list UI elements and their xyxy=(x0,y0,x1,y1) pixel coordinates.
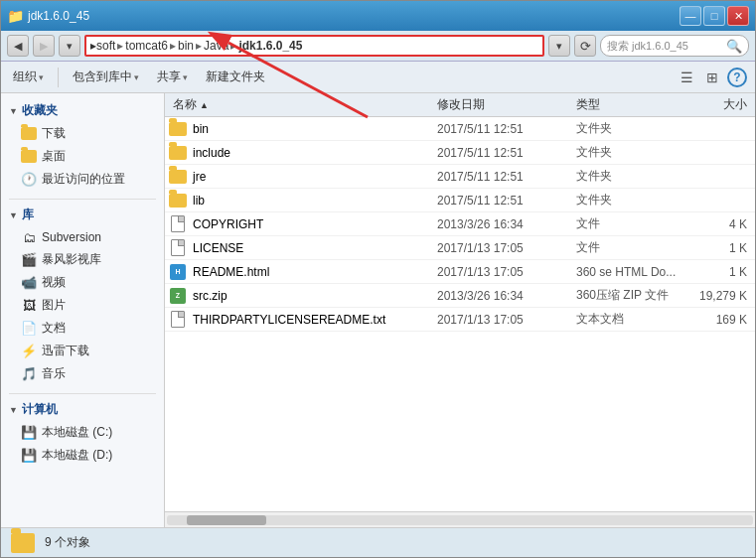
sidebar: ▼ 收藏夹 下载 桌面 🕐 最近访问的位置 xyxy=(1,93,165,527)
path-soft: soft xyxy=(96,39,115,53)
library-label: 库 xyxy=(22,207,34,223)
copyright-date: 2013/3/26 16:34 xyxy=(433,217,572,231)
bin-type: 文件夹 xyxy=(572,120,681,137)
bin-name: bin xyxy=(191,122,433,136)
readme-size: 1 K xyxy=(681,265,751,279)
col-size[interactable]: 大小 xyxy=(681,96,751,113)
view-tiles-button[interactable]: ⊞ xyxy=(701,67,723,88)
up-button[interactable]: ▾ xyxy=(59,35,80,57)
readme-date: 2017/1/13 17:05 xyxy=(433,265,572,279)
file-row-include[interactable]: include 2017/5/11 12:51 文件夹 xyxy=(165,141,755,165)
sidebar-subversion-label: Subversion xyxy=(42,230,101,244)
bin-icon xyxy=(169,121,187,137)
computer-triangle-icon: ▼ xyxy=(9,405,18,415)
docs-icon: 📄 xyxy=(21,321,37,337)
computer-label: 计算机 xyxy=(22,401,58,418)
sidebar-recent-label: 最近访问的位置 xyxy=(42,171,125,188)
new-folder-button[interactable]: 新建文件夹 xyxy=(202,67,269,87)
license-icon xyxy=(169,240,187,256)
col-name[interactable]: 名称 ▲ xyxy=(169,96,433,113)
sidebar-item-video[interactable]: 📹 视频 xyxy=(1,271,164,294)
col-size-label: 大小 xyxy=(723,97,747,111)
sidebar-item-recent[interactable]: 🕐 最近访问的位置 xyxy=(1,168,164,191)
explorer-window: 📁 jdk1.6.0_45 — □ ✕ ◀ ▶ ▾ ▸ soft ▸ tomca… xyxy=(0,0,756,558)
minimize-button[interactable]: — xyxy=(680,6,701,26)
h-scroll-thumb[interactable] xyxy=(187,515,266,525)
view-details-button[interactable]: ☰ xyxy=(676,67,697,88)
sidebar-library-header[interactable]: ▼ 库 xyxy=(1,204,164,226)
new-folder-label: 新建文件夹 xyxy=(206,69,265,85)
sidebar-item-music[interactable]: 🎵 音乐 xyxy=(1,362,164,385)
sidebar-video-label: 视频 xyxy=(42,274,66,291)
col-name-label: 名称 xyxy=(173,96,197,113)
file-row-lib[interactable]: lib 2017/5/11 12:51 文件夹 xyxy=(165,189,755,212)
lib-icon xyxy=(169,193,187,209)
include-date: 2017/5/11 12:51 xyxy=(433,146,572,160)
horizontal-scrollbar[interactable] xyxy=(165,511,755,527)
address-path[interactable]: ▸ soft ▸ tomcat6 ▸ bin ▸ Java ▸ jdk1.6.0… xyxy=(84,35,544,57)
sidebar-baofeng-label: 暴风影视库 xyxy=(42,251,101,268)
file-row-license[interactable]: LICENSE 2017/1/13 17:05 文件 1 K xyxy=(165,236,755,260)
sidebar-item-pictures[interactable]: 🖼 图片 xyxy=(1,294,164,317)
file-list: bin 2017/5/11 12:51 文件夹 include 2017/5/1… xyxy=(165,117,755,511)
path-dropdown-button[interactable]: ▾ xyxy=(548,35,570,57)
sidebar-item-d-drive[interactable]: 💾 本地磁盘 (D:) xyxy=(1,444,164,467)
search-icon[interactable]: 🔍 xyxy=(726,39,742,54)
sidebar-item-c-drive[interactable]: 💾 本地磁盘 (C:) xyxy=(1,421,164,444)
sidebar-item-docs[interactable]: 📄 文档 xyxy=(1,317,164,340)
sidebar-item-desktop[interactable]: 桌面 xyxy=(1,145,164,168)
file-row-copyright[interactable]: COPYRIGHT 2013/3/26 16:34 文件 4 K xyxy=(165,212,755,236)
search-input[interactable] xyxy=(607,40,726,52)
back-button[interactable]: ◀ xyxy=(7,35,29,57)
close-button[interactable]: ✕ xyxy=(727,6,749,26)
forward-button[interactable]: ▶ xyxy=(33,35,55,57)
help-button[interactable]: ? xyxy=(727,68,747,87)
col-date[interactable]: 修改日期 xyxy=(433,96,572,113)
license-name: LICENSE xyxy=(191,241,433,255)
include-in-library-button[interactable]: 包含到库中 ▾ xyxy=(69,67,143,87)
sort-icon: ▲ xyxy=(200,100,209,110)
sidebar-item-subversion[interactable]: 🗂 Subversion xyxy=(1,226,164,248)
title-bar-controls: — □ ✕ xyxy=(680,6,749,26)
status-folder-icon xyxy=(11,533,35,553)
thirdparty-icon xyxy=(169,312,187,328)
refresh-button[interactable]: ⟳ xyxy=(574,35,596,57)
include-folder-icon xyxy=(169,146,187,160)
file-row-jre[interactable]: jre 2017/5/11 12:51 文件夹 xyxy=(165,165,755,189)
sidebar-item-downloads[interactable]: 下载 xyxy=(1,122,164,145)
jre-type: 文件夹 xyxy=(572,168,681,185)
share-button[interactable]: 共享 ▾ xyxy=(153,67,192,87)
path-tomcat6: tomcat6 xyxy=(125,39,168,53)
jre-folder-icon xyxy=(169,170,187,184)
file-row-readme[interactable]: H README.html 2017/1/13 17:05 360 se HTM… xyxy=(165,260,755,284)
col-type[interactable]: 类型 xyxy=(572,96,681,113)
sidebar-item-thunder[interactable]: ⚡ 迅雷下载 xyxy=(1,340,164,362)
sidebar-item-baofeng[interactable]: 🎬 暴风影视库 xyxy=(1,248,164,271)
lib-folder-icon xyxy=(169,194,187,208)
include-type: 文件夹 xyxy=(572,144,681,161)
music-icon: 🎵 xyxy=(21,366,37,382)
file-list-container: 名称 ▲ 修改日期 类型 大小 bin 2017/ xyxy=(165,93,755,527)
thunder-icon: ⚡ xyxy=(21,344,37,359)
file-row-src-zip[interactable]: Z src.zip 2013/3/26 16:34 360压缩 ZIP 文件 1… xyxy=(165,284,755,308)
col-date-label: 修改日期 xyxy=(437,97,485,111)
sidebar-computer-header[interactable]: ▼ 计算机 xyxy=(1,398,164,421)
organize-button[interactable]: 组织 ▾ xyxy=(9,67,48,87)
sidebar-music-label: 音乐 xyxy=(42,365,66,382)
c-drive-icon: 💾 xyxy=(21,425,37,441)
file-list-header: 名称 ▲ 修改日期 类型 大小 xyxy=(165,93,755,117)
search-box[interactable]: 🔍 xyxy=(600,35,749,57)
toolbar: 组织 ▾ 包含到库中 ▾ 共享 ▾ 新建文件夹 ☰ ⊞ ? xyxy=(1,62,755,93)
bin-date: 2017/5/11 12:51 xyxy=(433,122,572,136)
sidebar-favorites-header[interactable]: ▼ 收藏夹 xyxy=(1,99,164,122)
col-type-label: 类型 xyxy=(576,97,600,111)
organize-dropdown-icon: ▾ xyxy=(39,72,44,82)
thirdparty-doc-icon xyxy=(171,311,185,328)
file-row-thirdparty[interactable]: THIRDPARTYLICENSEREADME.txt 2017/1/13 17… xyxy=(165,308,755,332)
address-bar: ◀ ▶ ▾ ▸ soft ▸ tomcat6 ▸ bin ▸ Java ▸ jd… xyxy=(1,31,755,62)
main-area: ▼ 收藏夹 下载 桌面 🕐 最近访问的位置 xyxy=(1,93,755,527)
file-row-bin[interactable]: bin 2017/5/11 12:51 文件夹 xyxy=(165,117,755,141)
lib-type: 文件夹 xyxy=(572,192,681,209)
maximize-button[interactable]: □ xyxy=(703,6,725,26)
downloads-folder-icon xyxy=(21,127,37,140)
